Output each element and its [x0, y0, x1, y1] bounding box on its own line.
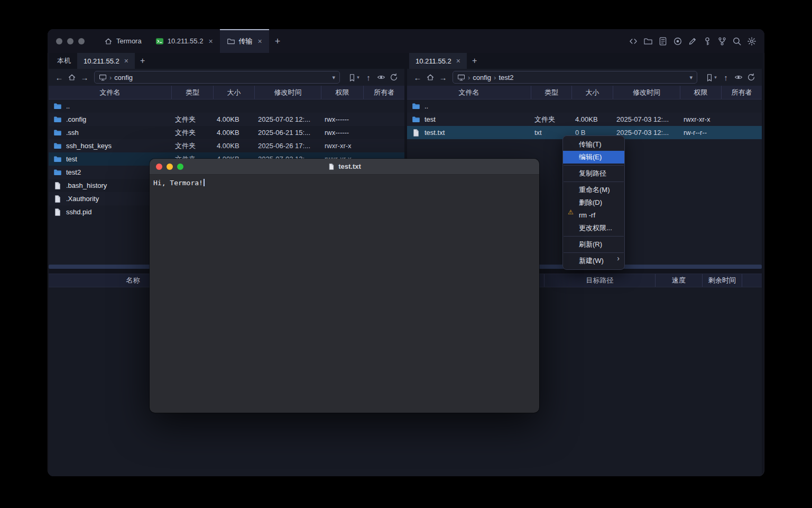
up-directory-button[interactable]: ↑ — [719, 71, 732, 84]
folder-icon — [412, 102, 420, 111]
menu-item-label: 刷新(R) — [579, 240, 602, 248]
column-header[interactable]: 类型 — [172, 86, 214, 99]
bookmark-button[interactable]: ▾ — [703, 71, 719, 84]
panel-tab-remote[interactable]: 10.211.55.2× — [409, 53, 467, 69]
path-segment[interactable]: config — [473, 74, 491, 81]
file-name: ssh_host_keys — [66, 142, 112, 150]
path-segment[interactable]: test2 — [499, 74, 513, 81]
titlebar: Termora10.211.55.2×传输×+ — [48, 29, 764, 53]
column-header[interactable]: 类型 — [531, 86, 572, 99]
file-name: .Xauthority — [66, 195, 99, 203]
folder-icon[interactable] — [643, 37, 653, 46]
file-cell: rw-r--r-- — [680, 129, 722, 137]
path-segment[interactable]: config — [114, 74, 133, 81]
minimize-window-button[interactable] — [67, 38, 73, 44]
file-name: sshd.pid — [66, 208, 91, 216]
back-button[interactable]: ← — [53, 71, 66, 84]
forward-button[interactable]: → — [437, 71, 449, 84]
record-icon[interactable] — [673, 37, 682, 46]
transfer-column-header[interactable] — [742, 274, 762, 287]
app-tab-transfer[interactable]: 传输× — [220, 29, 269, 53]
column-header[interactable]: 大小 — [572, 86, 613, 99]
path-dropdown-icon[interactable]: ▾ — [689, 75, 693, 80]
file-cell: 4.00KB — [214, 115, 255, 123]
menu-separator — [564, 165, 624, 166]
transfer-column-header[interactable]: 目标路径 — [545, 274, 656, 287]
path-breadcrumb[interactable]: ›config▾ — [94, 71, 340, 84]
editor-content[interactable]: Hi, Termora! — [150, 175, 539, 191]
file-cell: 2025-07-03 12:... — [613, 129, 680, 137]
menu-item-delete[interactable]: 删除(D) — [563, 196, 624, 209]
settings-icon[interactable] — [747, 37, 756, 46]
file-icon — [412, 129, 420, 137]
code-icon[interactable] — [629, 37, 638, 46]
column-header[interactable]: 权限 — [321, 86, 364, 99]
branch-icon[interactable] — [717, 37, 727, 46]
refresh-button[interactable] — [387, 71, 400, 84]
menu-separator — [564, 252, 624, 253]
bookmark-button[interactable]: ▾ — [345, 71, 362, 84]
key-icon[interactable] — [703, 37, 712, 46]
search-icon[interactable] — [732, 37, 742, 46]
notes-icon[interactable] — [658, 37, 668, 46]
editor-titlebar[interactable]: test.txt — [150, 159, 539, 175]
new-panel-tab-button[interactable]: + — [135, 53, 150, 69]
panel-tab-remote[interactable]: 10.211.55.2× — [77, 53, 135, 69]
editor-minimize-button[interactable] — [167, 164, 173, 170]
column-header[interactable]: 大小 — [214, 86, 255, 99]
file-name: .bash_history — [66, 182, 107, 189]
menu-item-new[interactable]: 新建(W)› — [563, 255, 624, 267]
file-row[interactable]: .ssh文件夹4.00KB2025-06-21 15:...rwx------ — [49, 126, 404, 139]
show-hidden-files-button[interactable] — [732, 71, 745, 84]
menu-item-copy-path[interactable]: 复制路径 — [563, 167, 624, 180]
column-header[interactable]: 权限 — [680, 86, 722, 99]
close-tab-icon[interactable]: × — [124, 57, 128, 65]
column-header[interactable]: 所有者 — [364, 86, 404, 99]
forward-button[interactable]: → — [78, 71, 91, 84]
close-window-button[interactable] — [56, 38, 62, 44]
menu-item-chmod[interactable]: 更改权限... — [563, 222, 624, 234]
path-breadcrumb[interactable]: ›config›test2▾ — [453, 71, 697, 84]
bookmark-dropdown-icon[interactable]: ▾ — [357, 75, 359, 80]
column-header[interactable]: 所有者 — [722, 86, 762, 99]
file-row[interactable]: .config文件夹4.00KB2025-07-02 12:...rwx----… — [49, 113, 404, 126]
home-button[interactable] — [66, 71, 78, 84]
transfer-column-header[interactable]: 速度 — [656, 274, 703, 287]
menu-item-rename[interactable]: 重命名(M) — [563, 184, 624, 196]
tab-label: 10.211.55.2 — [168, 37, 204, 45]
menu-item-edit[interactable]: 编辑(E) — [563, 151, 624, 164]
zoom-window-button[interactable] — [78, 38, 85, 44]
column-header[interactable]: 修改时间 — [255, 86, 321, 99]
transfer-column-header[interactable]: 剩余时间 — [703, 274, 742, 287]
column-header[interactable]: 文件名 — [407, 86, 531, 99]
editor-zoom-button[interactable] — [177, 164, 183, 170]
new-tab-button[interactable]: + — [269, 29, 287, 53]
back-button[interactable]: ← — [411, 71, 424, 84]
file-row[interactable]: .. — [49, 99, 404, 113]
pencil-icon[interactable] — [688, 37, 697, 46]
bookmark-dropdown-icon[interactable]: ▾ — [714, 75, 717, 80]
close-tab-icon[interactable]: × — [208, 38, 213, 45]
file-row[interactable]: .. — [407, 99, 762, 113]
menu-item-refresh[interactable]: 刷新(R) — [563, 238, 624, 251]
close-tab-icon[interactable]: × — [258, 38, 262, 45]
path-dropdown-icon[interactable]: ▾ — [332, 75, 335, 80]
app-tab-termora[interactable]: Termora — [97, 29, 149, 53]
column-header[interactable]: 修改时间 — [613, 86, 680, 99]
menu-item-rm-rf[interactable]: ⚠rm -rf — [563, 209, 624, 222]
new-panel-tab-button[interactable]: + — [467, 53, 482, 69]
panel-tab-local[interactable]: 本机 — [51, 53, 77, 69]
refresh-button[interactable] — [745, 71, 758, 84]
home-button[interactable] — [424, 71, 437, 84]
file-row[interactable]: ssh_host_keys文件夹4.00KB2025-06-26 17:...r… — [49, 139, 404, 152]
app-tab-host[interactable]: 10.211.55.2× — [149, 29, 220, 53]
close-tab-icon[interactable]: × — [456, 57, 460, 65]
file-cell: 4.00KB — [214, 142, 255, 150]
file-row[interactable]: test文件夹4.00KB2025-07-03 12:...rwxr-xr-x — [407, 113, 762, 126]
menu-item-transfer[interactable]: 传输(T) — [563, 138, 624, 151]
up-directory-button[interactable]: ↑ — [362, 71, 375, 84]
show-hidden-files-button[interactable] — [375, 71, 387, 84]
editor-close-button[interactable] — [156, 164, 162, 170]
tab-label: Termora — [116, 37, 142, 45]
column-header[interactable]: 文件名 — [49, 86, 172, 99]
